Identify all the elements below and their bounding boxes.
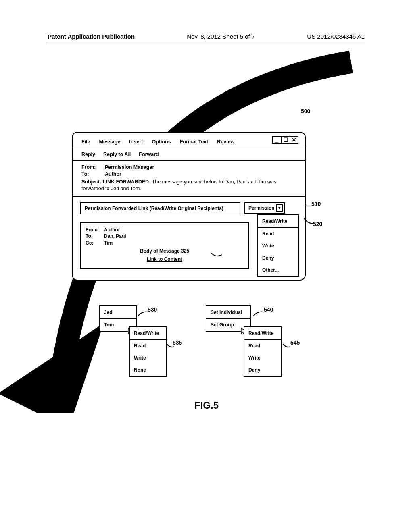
message-body-area: Permission Forwarded Link (Read/Write Or… (73, 197, 305, 273)
group-permission-submenu: Read/Write Read Write Deny (244, 326, 282, 377)
from-label: From: (81, 164, 105, 171)
ref-530: 530 (148, 306, 157, 313)
ctx-set-individual[interactable]: Set Individual (206, 306, 250, 319)
permission-option-other[interactable]: Other... (258, 264, 298, 276)
leader-530 (137, 310, 148, 318)
ctx545-deny[interactable]: Deny (244, 364, 281, 376)
message-header: From:Permission Manager To:Author Subjec… (73, 161, 305, 197)
embedded-message: From:Author To:Dan, Paul Cc:Tim Body of … (80, 222, 249, 269)
menu-format-text[interactable]: Format Text (180, 139, 209, 145)
toolbar: Reply Reply to All Forward (73, 148, 305, 161)
subject-label: Subject: LINK FORWARDED: (81, 179, 150, 185)
maximize-button[interactable]: ☐ (281, 136, 290, 144)
ref-500: 500 (301, 108, 310, 114)
permission-option-read[interactable]: Read (258, 228, 298, 240)
close-button[interactable]: ✕ (290, 136, 298, 144)
forward-button[interactable]: Forward (139, 152, 159, 157)
window-controls: _ ☐ ✕ (272, 136, 298, 144)
to-value: Author (105, 171, 121, 177)
leader-310 (211, 251, 223, 258)
ctx535-read[interactable]: Read (130, 340, 166, 352)
ref-545: 545 (290, 339, 300, 346)
ctx535-rw[interactable]: Read/Write (130, 327, 166, 340)
menu-message[interactable]: Message (99, 139, 121, 145)
leader-540 (252, 310, 264, 318)
header-rule (48, 44, 365, 44)
permission-option-readwrite[interactable]: Read/Write (258, 215, 298, 228)
menu-file[interactable]: File (81, 139, 90, 145)
ctx535-write[interactable]: Write (130, 352, 166, 364)
menu-options[interactable]: Options (152, 139, 171, 145)
emb-cc-label: Cc: (86, 240, 104, 247)
permission-dropdown-menu: Read/Write Read Write Deny Other... (257, 214, 299, 277)
permission-dropdown-button[interactable]: Permission ▼ (244, 202, 285, 214)
ctx545-rw[interactable]: Read/Write (244, 327, 281, 340)
from-value: Permission Manager (105, 164, 154, 170)
figure-label: FIG.5 (0, 400, 413, 411)
chevron-down-icon: ▼ (276, 204, 283, 212)
permission-title: Permission Forwarded Link (Read/Write Or… (80, 202, 240, 214)
leader-510 (305, 203, 313, 209)
publication-number: US 2012/0284345 A1 (307, 33, 365, 40)
publication-label: Patent Application Publication (48, 33, 135, 40)
leader-545 (282, 343, 291, 349)
emb-from-value: Author (104, 227, 120, 233)
leader-520 (303, 218, 314, 226)
minimize-button[interactable]: _ (272, 136, 281, 144)
menu-review[interactable]: Review (217, 139, 234, 145)
ctx545-read[interactable]: Read (244, 340, 281, 352)
ctx545-write[interactable]: Write (244, 352, 281, 364)
reply-all-button[interactable]: Reply to All (103, 152, 131, 157)
permission-button-label: Permission (248, 205, 275, 211)
page-date: Nov. 8, 2012 Sheet 5 of 7 (187, 33, 255, 40)
email-window: File Message Insert Options Format Text … (72, 132, 306, 281)
emb-to-label: To: (86, 233, 104, 240)
ctx-jed[interactable]: Jed (100, 306, 136, 319)
ref-520: 520 (313, 221, 322, 227)
permission-option-deny[interactable]: Deny (258, 252, 298, 264)
page-header: Patent Application Publication Nov. 8, 2… (48, 33, 365, 40)
emb-cc-value: Tim (104, 240, 113, 246)
menu-insert[interactable]: Insert (129, 139, 143, 145)
ctx535-none[interactable]: None (130, 364, 166, 376)
ref-540: 540 (264, 306, 273, 313)
emb-to-value: Dan, Paul (104, 233, 126, 239)
recipient-permission-submenu: Read/Write Read Write None (129, 326, 167, 377)
permission-option-write[interactable]: Write (258, 240, 298, 252)
emb-from-label: From: (86, 227, 104, 233)
leader-535 (166, 343, 175, 349)
to-label: To: (81, 171, 105, 178)
menu-bar: File Message Insert Options Format Text … (73, 137, 305, 148)
reply-button[interactable]: Reply (81, 152, 95, 157)
